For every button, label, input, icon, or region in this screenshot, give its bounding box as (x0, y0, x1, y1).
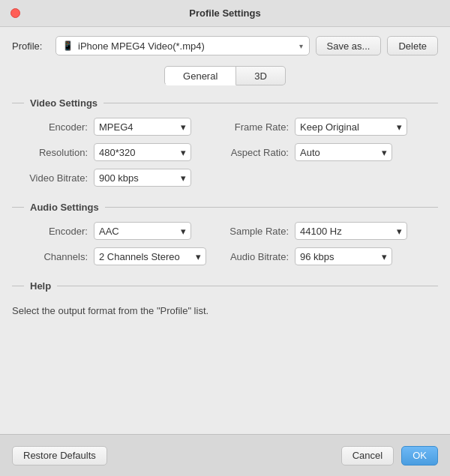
chevron-down-icon: ▾ (299, 42, 303, 50)
chevron-down-icon: ▾ (397, 226, 402, 237)
channels-label: Channels: (24, 251, 88, 262)
help-section-title: Help (30, 280, 51, 292)
help-section: Help Select the output format from the "… (12, 280, 438, 322)
section-line-right (57, 286, 438, 286)
audio-section-title: Audio Settings (30, 202, 99, 213)
video-section-header: Video Settings (12, 97, 438, 109)
audio-encoder-label: Encoder: (24, 226, 88, 237)
framerate-row: Frame Rate: Keep Original ▾ (225, 118, 426, 136)
aspect-ratio-row: Aspect Ratio: Auto ▾ (225, 143, 426, 161)
phone-icon: 📱 (62, 40, 74, 51)
audio-bitrate-row: Audio Bitrate: 96 kbps ▾ (225, 247, 426, 265)
audio-bitrate-label: Audio Bitrate: (225, 251, 289, 262)
footer-right-buttons: Cancel OK (341, 446, 438, 466)
encoder-dropdown[interactable]: MPEG4 ▾ (94, 118, 191, 136)
resolution-label: Resolution: (24, 147, 88, 158)
aspect-ratio-label: Aspect Ratio: (225, 147, 289, 158)
resolution-dropdown[interactable]: 480*320 ▾ (94, 143, 191, 161)
tab-3d[interactable]: 3D (236, 66, 286, 85)
video-section-title: Video Settings (30, 97, 98, 109)
content-area: Profile: 📱 iPhone MPEG4 Video(*.mp4) ▾ S… (0, 27, 450, 434)
restore-defaults-button[interactable]: Restore Defaults (12, 446, 107, 466)
tab-general[interactable]: General (164, 66, 236, 85)
section-line-right (104, 103, 438, 103)
framerate-dropdown[interactable]: Keep Original ▾ (295, 118, 407, 136)
video-bitrate-dropdown[interactable]: 900 kbps ▾ (94, 169, 191, 187)
profile-label: Profile: (12, 40, 50, 52)
audio-bitrate-dropdown[interactable]: 96 kbps ▾ (295, 247, 392, 265)
window-title: Profile Settings (189, 7, 260, 19)
chevron-down-icon: ▾ (397, 121, 402, 133)
framerate-label: Frame Rate: (225, 121, 289, 133)
video-bitrate-row: Video Bitrate: 900 kbps ▾ (24, 169, 225, 187)
resolution-row: Resolution: 480*320 ▾ (24, 143, 225, 161)
section-line-left (12, 207, 24, 208)
aspect-ratio-dropdown[interactable]: Auto ▾ (295, 143, 392, 161)
chevron-down-icon: ▾ (382, 147, 387, 158)
profile-dropdown[interactable]: 📱 iPhone MPEG4 Video(*.mp4) ▾ (56, 36, 310, 55)
close-button[interactable] (10, 8, 20, 18)
audio-settings-section: Audio Settings Encoder: AAC ▾ Sample Rat… (12, 202, 438, 265)
encoder-label: Encoder: (24, 121, 88, 133)
save-as-button[interactable]: Save as... (316, 36, 382, 55)
audio-encoder-dropdown[interactable]: AAC ▾ (94, 222, 191, 240)
help-text: Select the output format from the "Profi… (12, 301, 438, 322)
profile-row: Profile: 📱 iPhone MPEG4 Video(*.mp4) ▾ S… (12, 36, 438, 55)
audio-section-header: Audio Settings (12, 202, 438, 213)
window-controls (10, 8, 20, 18)
empty-cell (225, 169, 426, 187)
audio-settings-grid: Encoder: AAC ▾ Sample Rate: 44100 Hz ▾ C… (12, 222, 438, 265)
channels-row: Channels: 2 Channels Stereo ▾ (24, 247, 225, 265)
encoder-row: Encoder: MPEG4 ▾ (24, 118, 225, 136)
cancel-button[interactable]: Cancel (341, 446, 394, 466)
audio-encoder-row: Encoder: AAC ▾ (24, 222, 225, 240)
chevron-down-icon: ▾ (196, 251, 201, 262)
video-bitrate-label: Video Bitrate: (24, 172, 88, 184)
sample-rate-label: Sample Rate: (225, 226, 289, 237)
chevron-down-icon: ▾ (181, 147, 186, 158)
video-settings-grid: Encoder: MPEG4 ▾ Frame Rate: Keep Origin… (12, 118, 438, 187)
footer: Restore Defaults Cancel OK (0, 434, 450, 476)
title-bar: Profile Settings (0, 0, 450, 27)
chevron-down-icon: ▾ (181, 172, 186, 184)
delete-button[interactable]: Delete (387, 36, 438, 55)
channels-dropdown[interactable]: 2 Channels Stereo ▾ (94, 247, 206, 265)
ok-button[interactable]: OK (401, 446, 438, 466)
chevron-down-icon: ▾ (382, 251, 387, 262)
profile-value: iPhone MPEG4 Video(*.mp4) (78, 40, 205, 52)
sample-rate-dropdown[interactable]: 44100 Hz ▾ (295, 222, 407, 240)
chevron-down-icon: ▾ (181, 226, 186, 237)
section-line-right (105, 207, 438, 208)
help-section-header: Help (12, 280, 438, 292)
section-line-left (12, 286, 24, 286)
chevron-down-icon: ▾ (181, 121, 186, 133)
section-line-left (12, 103, 24, 103)
tabs-row: General 3D (12, 66, 438, 85)
sample-rate-row: Sample Rate: 44100 Hz ▾ (225, 222, 426, 240)
video-settings-section: Video Settings Encoder: MPEG4 ▾ Frame Ra… (12, 97, 438, 187)
